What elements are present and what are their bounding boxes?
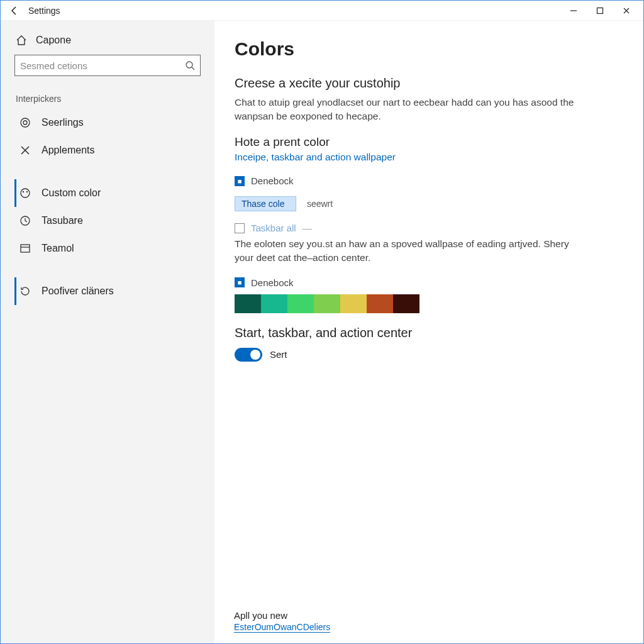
calendar-icon bbox=[19, 242, 31, 255]
sidebar-item-label: Teamol bbox=[42, 243, 74, 254]
sidebar-item-label: Seerlings bbox=[42, 117, 84, 128]
description-text: Chat to atuip greal ynodlacset our nart … bbox=[235, 96, 587, 123]
maximize-icon bbox=[596, 7, 604, 14]
color-swatch-row bbox=[235, 294, 616, 313]
color-swatch[interactable] bbox=[393, 294, 419, 313]
color-swatch[interactable] bbox=[367, 294, 393, 313]
back-button[interactable] bbox=[7, 3, 22, 18]
sidebar-section-header: Interpickers bbox=[16, 94, 201, 104]
search-input[interactable]: Sesmed cetions bbox=[14, 55, 201, 76]
sidebar: Capone Sesmed cetions Interpickers Seerl… bbox=[1, 21, 214, 643]
sidebar-item-label: Applements bbox=[42, 145, 95, 156]
section-start-taskbar: Start, taskbar, and action center bbox=[235, 326, 616, 340]
close-button[interactable] bbox=[613, 2, 640, 19]
accent-heading: Hote a prent color bbox=[235, 135, 616, 149]
footer-text: Apll you new bbox=[234, 610, 330, 621]
settings-window: Settings Capone Sesmed cetions bbox=[0, 0, 644, 644]
home-row[interactable]: Capone bbox=[14, 32, 201, 55]
refresh-icon bbox=[19, 285, 31, 297]
x-icon bbox=[19, 144, 31, 157]
svg-rect-8 bbox=[21, 245, 30, 252]
checkbox-taskbar-all[interactable]: Taskbar all — bbox=[235, 223, 616, 233]
sidebar-item-label: Poofiver cläners bbox=[42, 286, 114, 297]
main-panel: Colors Creese a xecite your custohip Cha… bbox=[214, 21, 643, 643]
titlebar: Settings bbox=[1, 1, 643, 21]
content-area: Capone Sesmed cetions Interpickers Seerl… bbox=[1, 21, 643, 643]
sidebar-item-custom-color[interactable]: Custom color bbox=[14, 179, 201, 207]
svg-point-2 bbox=[23, 121, 27, 125]
sidebar-gap bbox=[14, 164, 201, 179]
maximize-button[interactable] bbox=[587, 2, 613, 19]
sidebar-item-tasubare[interactable]: Tasubare bbox=[14, 207, 201, 235]
gear-icon bbox=[19, 116, 31, 129]
checkbox-empty-icon bbox=[235, 223, 245, 233]
color-swatch[interactable] bbox=[314, 294, 340, 313]
svg-rect-0 bbox=[597, 8, 603, 13]
chip-row: Thase cole seewrt bbox=[235, 190, 616, 219]
sidebar-gap bbox=[14, 262, 201, 277]
description-text-2: The eoloten sey you.st an haw an a spove… bbox=[235, 237, 587, 264]
svg-point-5 bbox=[23, 191, 24, 192]
toggle-sert-row: Sert bbox=[235, 348, 616, 362]
palette-icon bbox=[19, 187, 31, 199]
checkbox-label: Denebock bbox=[251, 175, 294, 186]
close-icon bbox=[623, 7, 630, 14]
toggle-sert[interactable] bbox=[235, 348, 262, 362]
toggle-label: Sert bbox=[270, 349, 287, 360]
page-title: Colors bbox=[235, 38, 616, 60]
sidebar-item-label: Custom color bbox=[42, 187, 101, 199]
checkbox-icon: ■ bbox=[235, 176, 245, 186]
minimize-icon bbox=[570, 7, 577, 14]
checkbox-label: Taskbar all bbox=[251, 223, 296, 233]
checkbox-denebock-2[interactable]: ■ Denebock bbox=[235, 277, 616, 288]
home-icon bbox=[16, 35, 27, 46]
color-swatch[interactable] bbox=[340, 294, 367, 313]
toggle-knob bbox=[250, 350, 260, 360]
home-label: Capone bbox=[36, 35, 71, 46]
sidebar-item-seerlings[interactable]: Seerlings bbox=[14, 109, 201, 136]
window-title: Settings bbox=[28, 6, 60, 16]
accent-link[interactable]: Inceipe, taskbar and action wallpaper bbox=[235, 152, 396, 163]
selected-chip[interactable]: Thase cole bbox=[235, 196, 296, 211]
svg-point-6 bbox=[26, 191, 28, 192]
sidebar-item-poofiver[interactable]: Poofiver cläners bbox=[14, 277, 201, 305]
sidebar-item-teamol[interactable]: Teamol bbox=[14, 235, 201, 262]
color-swatch[interactable] bbox=[287, 294, 314, 313]
clock-icon bbox=[19, 214, 31, 227]
footer-link[interactable]: EsterOumOwanCDeliers bbox=[234, 622, 330, 633]
subheading: Creese a xecite your custohip bbox=[235, 76, 616, 91]
sidebar-item-label: Tasubare bbox=[42, 215, 83, 226]
checkbox-icon: ■ bbox=[235, 277, 245, 287]
footer-area: Apll you new EsterOumOwanCDeliers bbox=[234, 610, 330, 633]
svg-point-1 bbox=[186, 62, 192, 68]
chip-aside: seewrt bbox=[307, 199, 333, 209]
checkbox-aside: — bbox=[303, 223, 312, 233]
color-swatch[interactable] bbox=[261, 294, 287, 313]
search-placeholder: Sesmed cetions bbox=[20, 60, 185, 71]
search-icon bbox=[185, 60, 195, 70]
svg-point-3 bbox=[21, 118, 30, 127]
checkbox-label: Denebock bbox=[251, 277, 294, 288]
arrow-left-icon bbox=[9, 6, 19, 16]
svg-point-4 bbox=[21, 189, 30, 197]
checkbox-denebock-1[interactable]: ■ Denebock bbox=[235, 175, 616, 186]
minimize-button[interactable] bbox=[560, 2, 587, 19]
sidebar-item-applements[interactable]: Applements bbox=[14, 136, 201, 164]
color-swatch[interactable] bbox=[235, 294, 261, 313]
